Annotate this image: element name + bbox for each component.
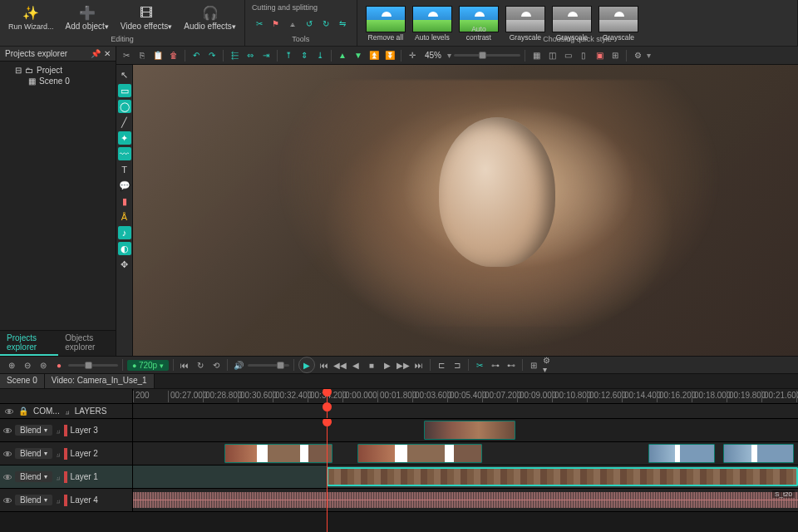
line-tool-icon[interactable]: ╱ [118,116,131,129]
go-end-icon[interactable]: ⏭ [412,358,426,372]
playhead[interactable] [327,404,328,418]
track-visibility-icon[interactable] [3,428,12,433]
visibility-header-icon[interactable] [5,409,13,414]
blend-mode-button[interactable]: Blend▾ [15,471,52,482]
track-wave-icon[interactable]: ⟓ [56,472,61,481]
track-wave-icon[interactable]: ⟓ [56,426,61,435]
timeline-clip[interactable] [648,444,715,463]
quick-style-grayscale-1[interactable]: Grayscale [505,6,545,32]
add-icon[interactable]: ⊕ [5,358,18,372]
timeline-zoom-slider[interactable] [68,364,118,367]
tab-video-clip[interactable]: Video: Camera_In_Use_1 [45,374,155,388]
quick-style-grayscale-2[interactable]: Grayscale [552,6,592,32]
redo-icon[interactable]: ↷ [205,49,219,62]
frame-fwd-icon[interactable]: ▶▶ [397,358,410,372]
track-lane[interactable] [133,442,798,465]
audio-tool-icon[interactable]: ♪ [118,226,131,239]
mask-tool-icon[interactable]: ◐ [118,242,131,255]
layout-2-icon[interactable]: ▭ [561,49,574,62]
track-visibility-icon[interactable] [3,498,12,503]
cut-tool-icon[interactable]: ✂ [252,16,267,31]
move-tool-icon[interactable]: ✥ [118,258,131,271]
time-ruler[interactable]: 20000:27.00000:28.80000:30.60000:32.4000… [133,389,798,403]
options-icon[interactable]: ⚙ ▾ [543,358,556,372]
fit-icon[interactable]: ⊜ [37,358,50,372]
close-panel-icon[interactable]: ✕ [104,49,111,58]
snap-toggle-icon[interactable]: ⊞ [527,358,540,372]
track-lane[interactable] [133,419,798,441]
align-left-icon[interactable]: ⬱ [228,49,241,62]
track-color-icon[interactable] [64,425,67,436]
track-wave-icon[interactable]: ⟓ [56,449,61,458]
split-icon[interactable]: ✂ [473,358,486,372]
snap-icon[interactable]: ⊞ [608,49,622,62]
timeline-clip[interactable] [424,421,515,440]
align-right-icon[interactable]: ⇥ [259,49,273,62]
timeline-clip[interactable] [224,444,332,463]
video-effects-button[interactable]: 🎞 Video effects▾ [116,3,177,32]
prev-frame-icon[interactable]: ⏮ [178,358,191,372]
bring-forward-icon[interactable]: ▲ [336,49,349,62]
zoom-slider[interactable] [454,54,520,57]
rotate-left-icon[interactable]: ↺ [302,16,317,31]
quick-style-auto-contrast[interactable]: Auto contrast [459,6,499,32]
track-color-icon[interactable] [64,448,67,460]
marker-out-icon[interactable]: ⊐ [451,358,464,372]
audio-effects-button[interactable]: 🎧 Audio effects▾ [179,3,241,32]
marker-in-icon[interactable]: ⊏ [435,358,448,372]
track-visibility-icon[interactable] [3,451,12,456]
align-top-icon[interactable]: ⤒ [282,49,295,62]
ellipse-tool-icon[interactable]: ◯ [118,100,131,113]
record-icon[interactable]: ● [52,358,66,372]
quick-style-auto-levels[interactable]: Auto levels [412,6,452,32]
send-back-icon[interactable]: ⏬ [383,49,397,62]
add-object-button[interactable]: ➕ Add object▾ [61,3,114,32]
zoom-value[interactable]: 45% [421,51,445,60]
track-row[interactable]: Blend▾ ⟓ Layer 3 [0,419,798,442]
track-lane[interactable] [133,466,798,488]
volume-icon[interactable]: 🔊 [232,358,245,372]
resolution-badge[interactable]: ● 720p ▾ [127,360,169,371]
counter-tool-icon[interactable]: Å [118,210,131,224]
play-icon[interactable]: ▶ [381,358,394,372]
layout-1-icon[interactable]: ◫ [545,49,559,62]
quick-style-grayscale-3[interactable]: Grayscale [598,6,638,32]
send-backward-icon[interactable]: ▼ [352,49,365,62]
track-color-icon[interactable] [64,495,67,506]
rect-tool-icon[interactable]: ▭ [118,84,131,97]
paste-icon[interactable]: 📋 [151,49,165,62]
align-bottom-icon[interactable]: ⤓ [313,49,327,62]
layout-3-icon[interactable]: ▯ [577,49,590,62]
tooltip-tool-icon[interactable]: 💬 [118,179,131,192]
tree-scene-item[interactable]: ▦ Scene 0 [5,76,111,86]
track-row[interactable]: Blend▾ ⟓ Layer 2 [0,442,798,466]
crosshair-icon[interactable]: ✛ [406,49,419,62]
link-icon[interactable]: ⊶ [489,358,502,372]
play-button[interactable]: ▶ [298,357,315,373]
flip-icon[interactable]: ⇋ [335,16,350,31]
cut-icon[interactable]: ✂ [120,49,133,62]
remove-icon[interactable]: ⊖ [21,358,34,372]
volume-slider[interactable] [248,364,289,367]
lock-header-icon[interactable]: 🔒 [18,406,28,416]
blend-mode-button[interactable]: Blend▾ [15,448,52,459]
settings-icon[interactable]: ⚙ [631,49,644,62]
align-center-h-icon[interactable]: ⇔ [244,49,257,62]
align-middle-icon[interactable]: ⇕ [298,49,311,62]
tab-scene[interactable]: Scene 0 [0,374,45,388]
delete-icon[interactable]: 🗑 [167,49,180,62]
undo-icon[interactable]: ↶ [190,49,203,62]
blend-mode-button[interactable]: Blend▾ [15,425,52,436]
timeline-clip[interactable] [327,467,798,486]
bounds-icon[interactable]: ▣ [593,49,606,62]
track-wave-icon[interactable]: ⟓ [56,495,61,505]
track-visibility-icon[interactable] [3,475,12,480]
chart-tool-icon[interactable]: ▮ [118,195,131,208]
quick-style-remove-all[interactable]: Remove all [366,6,406,32]
tab-projects-explorer[interactable]: Projects explorer [0,331,58,356]
track-color-icon[interactable] [64,471,67,483]
track-row[interactable]: Blend▾ ⟓ Layer 1 [0,466,798,489]
preview-canvas[interactable] [133,65,798,356]
unlink-icon[interactable]: ⊷ [505,358,518,372]
freeform-tool-icon[interactable]: 〰 [118,147,131,160]
